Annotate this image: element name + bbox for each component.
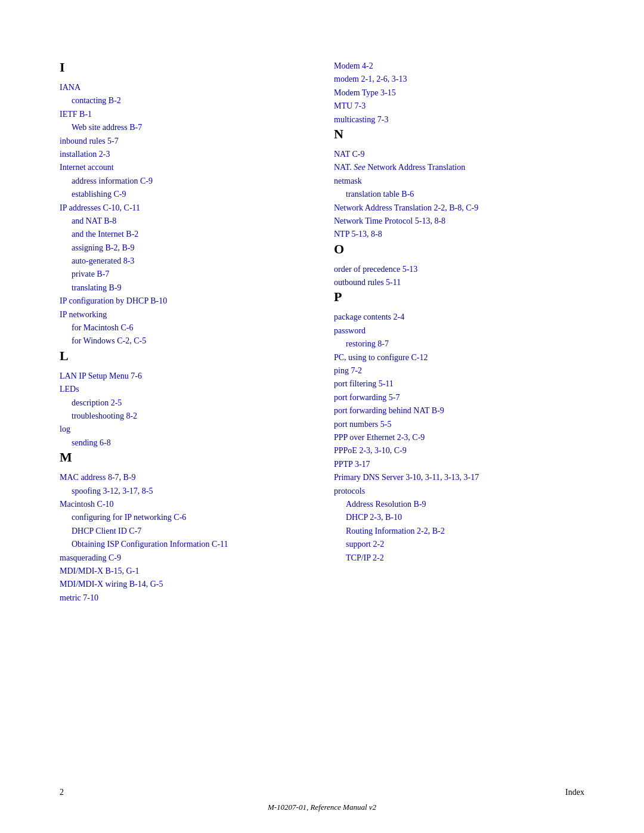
entry-description: description 2-5	[60, 397, 310, 410]
entry-assigning: assigning B-2, B-9	[60, 241, 310, 255]
entry-translating: translating B-9	[60, 281, 310, 295]
entry-ip-networking: IP networking	[60, 308, 310, 321]
entry-password: password	[334, 324, 584, 337]
entry-routing-info: Routing Information 2-2, B-2	[334, 525, 584, 538]
entry-package-contents: package contents 2-4	[334, 311, 584, 324]
entry-inbound-rules: inbound rules 5-7	[60, 135, 310, 148]
section-M: M MAC address 8-7, B-9 spoofing 3-12, 3-…	[60, 450, 310, 605]
section-m-continued: Modem 4-2 modem 2-1, 2-6, 3-13 Modem Typ…	[334, 60, 584, 126]
entry-masquerading: masquerading C-9	[60, 552, 310, 565]
entry-order-precedence: order of precedence 5-13	[334, 263, 584, 276]
entry-translation-table: translation table B-6	[334, 188, 584, 201]
right-column: Modem 4-2 modem 2-1, 2-6, 3-13 Modem Typ…	[334, 60, 584, 605]
section-letter-P: P	[334, 289, 584, 305]
entry-IETF: IETF B-1	[60, 108, 310, 121]
entry-macintosh: Macintosh C-10	[60, 498, 310, 511]
section-N: N NAT C-9 NAT. See Network Address Trans…	[334, 126, 584, 241]
entry-ping: ping 7-2	[334, 364, 584, 377]
entry-dhcp-client-id: DHCP Client ID C-7	[60, 525, 310, 538]
entry-sending: sending 6-8	[60, 436, 310, 450]
section-letter-M: M	[60, 450, 310, 465]
entry-web-site: Web site address B-7	[60, 121, 310, 134]
entry-protocols: protocols	[334, 485, 584, 498]
section-O: O order of precedence 5-13 outbound rule…	[334, 241, 584, 290]
entry-multicasting: multicasting 7-3	[334, 113, 584, 126]
entry-restoring: restoring 8-7	[334, 337, 584, 351]
entry-primary-dns: Primary DNS Server 3-10, 3-11, 3-13, 3-1…	[334, 471, 584, 484]
entry-private: private B-7	[60, 268, 310, 281]
entry-network-time-protocol: Network Time Protocol 5-13, 8-8	[334, 215, 584, 228]
section-I: I IANA contacting B-2 IETF B-1 Web site …	[60, 60, 310, 348]
entry-log: log	[60, 423, 310, 436]
section-L: L LAN IP Setup Menu 7-6 LEDs description…	[60, 348, 310, 450]
entry-troubleshooting: troubleshooting 8-2	[60, 410, 310, 423]
entry-mac-address: MAC address 8-7, B-9	[60, 471, 310, 484]
entry-nat: NAT C-9	[334, 148, 584, 161]
entry-modem-lower: modem 2-1, 2-6, 3-13	[334, 73, 584, 86]
left-column: I IANA contacting B-2 IETF B-1 Web site …	[60, 60, 310, 605]
entry-ntp: NTP 5-13, 8-8	[334, 228, 584, 241]
entry-spoofing: spoofing 3-12, 3-17, 8-5	[60, 485, 310, 498]
entry-mtu: MTU 7-3	[334, 100, 584, 113]
entry-leds: LEDs	[60, 383, 310, 396]
italic-see: See	[354, 163, 365, 172]
entry-modem-type: Modem Type 3-15	[334, 86, 584, 100]
entry-network-address-translation: Network Address Translation 2-2, B-8, C-…	[334, 202, 584, 215]
entry-support: support 2-2	[334, 538, 584, 551]
entry-address-information: address information C-9	[60, 175, 310, 188]
entry-ppp-ethernet: PPP over Ethernet 2-3, C-9	[334, 431, 584, 444]
section-P: P package contents 2-4 password restorin…	[334, 289, 584, 564]
entry-pppoe: PPPoE 2-3, 3-10, C-9	[334, 444, 584, 457]
entry-port-forwarding-nat: port forwarding behind NAT B-9	[334, 404, 584, 417]
entry-pc-configure: PC, using to configure C-12	[334, 351, 584, 364]
footer-page-number: 2	[60, 788, 64, 797]
entry-configuring-ip: configuring for IP networking C-6	[60, 511, 310, 524]
entry-for-macintosh: for Macintosh C-6	[60, 321, 310, 335]
entry-IANA: IANA	[60, 81, 310, 94]
entry-pptp: PPTP 3-17	[334, 458, 584, 471]
entry-address-resolution: Address Resolution B-9	[334, 498, 584, 511]
entry-port-forwarding: port forwarding 5-7	[334, 391, 584, 404]
entry-port-numbers: port numbers 5-5	[334, 418, 584, 431]
entry-netmask: netmask	[334, 175, 584, 188]
entry-mdi-mdix: MDI/MDI-X B-15, G-1	[60, 565, 310, 578]
entry-port-filtering: port filtering 5-11	[334, 377, 584, 391]
entry-tcpip: TCP/IP 2-2	[334, 552, 584, 565]
content-columns: I IANA contacting B-2 IETF B-1 Web site …	[60, 60, 584, 605]
entry-auto-generated: auto-generated 8-3	[60, 255, 310, 268]
entry-contacting: contacting B-2	[60, 94, 310, 107]
entry-and-internet: and the Internet B-2	[60, 228, 310, 241]
entry-outbound-rules: outbound rules 5-11	[334, 276, 584, 289]
entry-installation: installation 2-3	[60, 148, 310, 161]
entry-obtaining-isp: Obtaining ISP Configuration Information …	[60, 538, 310, 551]
entry-lan-ip: LAN IP Setup Menu 7-6	[60, 370, 310, 383]
section-letter-L: L	[60, 348, 310, 364]
entry-ip-addresses: IP addresses C-10, C-11	[60, 202, 310, 215]
footer-index-label: Index	[565, 788, 584, 797]
section-letter-I: I	[60, 60, 310, 75]
entry-and-nat: and NAT B-8	[60, 215, 310, 228]
entry-nat-see: NAT. See Network Address Translation	[334, 161, 584, 174]
entry-for-windows: for Windows C-2, C-5	[60, 335, 310, 348]
entry-dhcp: DHCP 2-3, B-10	[334, 511, 584, 524]
entry-ip-config-dhcp: IP configuration by DHCP B-10	[60, 295, 310, 308]
section-letter-N: N	[334, 126, 584, 142]
footer: 2 Index	[60, 788, 584, 797]
entry-internet-account: Internet account	[60, 161, 310, 174]
entry-metric: metric 7-10	[60, 592, 310, 605]
entry-establishing: establishing C-9	[60, 188, 310, 201]
page: I IANA contacting B-2 IETF B-1 Web site …	[0, 0, 644, 833]
entries-modem-group: Modem 4-2 modem 2-1, 2-6, 3-13 Modem Typ…	[334, 60, 584, 126]
footer-manual-name: M-10207-01, Reference Manual v2	[0, 803, 644, 812]
entry-mdi-mdix-wiring: MDI/MDI-X wiring B-14, G-5	[60, 578, 310, 591]
entry-modem-cap: Modem 4-2	[334, 60, 584, 73]
section-letter-O: O	[334, 241, 584, 257]
